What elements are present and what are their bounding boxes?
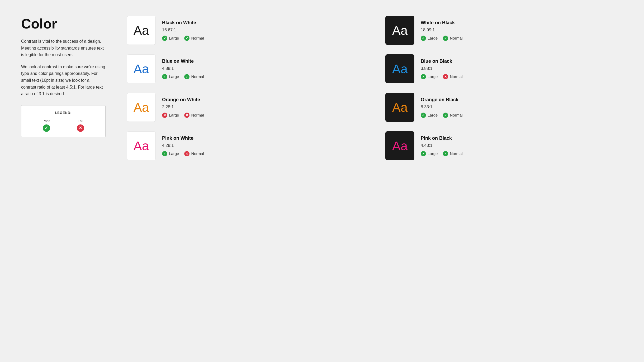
- large-label: Large: [169, 151, 179, 156]
- normal-fail-icon: ✕: [184, 113, 190, 118]
- card-title: Blue on White: [162, 59, 204, 64]
- legend-pass-label: Pass: [42, 119, 50, 123]
- normal-pass-icon: ✓: [443, 151, 448, 156]
- card-info: Orange on Black 8.33:1 ✓ Large ✓ Normal: [421, 97, 463, 118]
- card-info: White on Black 18.99:1 ✓ Large ✓ Normal: [421, 20, 463, 41]
- card-ratio: 2.28:1: [162, 105, 204, 109]
- large-badge: ✓ Large: [421, 74, 438, 79]
- normal-fail-icon: ✕: [184, 151, 190, 156]
- card-title: Blue on Black: [421, 59, 463, 64]
- large-badge: ✓ Large: [421, 36, 438, 41]
- large-pass-icon: ✓: [162, 74, 167, 79]
- card-title: Orange on White: [162, 97, 204, 103]
- legend-box: LEGEND: Pass ✓ Fail ✕: [21, 105, 106, 137]
- normal-fail-icon: ✕: [443, 74, 448, 79]
- legend-pass: Pass ✓: [42, 119, 50, 132]
- card-title: Pink on White: [162, 136, 204, 141]
- contrast-card-pink-on-black: Aa Pink on Black 4.43:1 ✓ Large ✓ Normal: [385, 131, 623, 160]
- card-ratio: 3.88:1: [421, 66, 463, 71]
- card-badges: ✓ Large ✓ Normal: [162, 74, 204, 79]
- contrast-card-orange-on-black: Aa Orange on Black 8.33:1 ✓ Large ✓ Norm…: [385, 93, 623, 122]
- card-ratio: 4.43:1: [421, 143, 463, 148]
- contrast-section: Aa Black on White 16.67:1 ✓ Large ✓ Norm…: [127, 16, 623, 160]
- pass-icon: ✓: [43, 124, 50, 132]
- normal-pass-icon: ✓: [184, 74, 190, 79]
- large-badge: ✓ Large: [162, 151, 179, 156]
- large-badge: ✓ Large: [421, 113, 438, 118]
- normal-badge: ✕ Normal: [184, 151, 204, 156]
- color-swatch: Aa: [127, 16, 156, 45]
- large-pass-icon: ✓: [421, 113, 426, 118]
- large-pass-icon: ✓: [162, 36, 167, 41]
- large-label: Large: [428, 36, 438, 40]
- card-ratio: 4.88:1: [162, 66, 204, 71]
- normal-label: Normal: [450, 113, 462, 117]
- normal-badge: ✓ Normal: [184, 36, 204, 41]
- card-ratio: 16.67:1: [162, 28, 204, 32]
- swatch-text: Aa: [134, 100, 149, 115]
- normal-badge: ✓ Normal: [443, 36, 462, 41]
- normal-badge: ✕ Normal: [443, 74, 462, 79]
- large-pass-icon: ✓: [421, 151, 426, 156]
- page-title: Color: [21, 16, 106, 32]
- normal-pass-icon: ✓: [184, 36, 190, 41]
- card-info: Blue on Black 3.88:1 ✓ Large ✕ Normal: [421, 59, 463, 79]
- large-label: Large: [428, 113, 438, 117]
- card-badges: ✓ Large ✓ Normal: [162, 36, 204, 41]
- swatch-text: Aa: [134, 62, 149, 76]
- card-title: Pink on Black: [421, 136, 463, 141]
- large-badge: ✕ Large: [162, 113, 179, 118]
- fail-icon: ✕: [77, 124, 84, 132]
- large-label: Large: [169, 74, 179, 79]
- swatch-text: Aa: [134, 23, 149, 38]
- large-fail-icon: ✕: [162, 113, 167, 118]
- contrast-card-blue-on-white: Aa Blue on White 4.88:1 ✓ Large ✓ Normal: [127, 54, 364, 83]
- card-badges: ✓ Large ✕ Normal: [421, 74, 463, 79]
- color-swatch: Aa: [385, 93, 414, 122]
- card-badges: ✓ Large ✕ Normal: [162, 151, 204, 156]
- normal-label: Normal: [450, 151, 462, 156]
- card-info: Pink on Black 4.43:1 ✓ Large ✓ Normal: [421, 136, 463, 156]
- card-title: White on Black: [421, 20, 463, 26]
- normal-label: Normal: [191, 36, 204, 40]
- large-label: Large: [428, 74, 438, 79]
- legend-items: Pass ✓ Fail ✕: [29, 119, 97, 132]
- card-title: Orange on Black: [421, 97, 463, 103]
- color-swatch: Aa: [385, 54, 414, 83]
- normal-label: Normal: [191, 74, 204, 79]
- card-info: Blue on White 4.88:1 ✓ Large ✓ Normal: [162, 59, 204, 79]
- color-swatch: Aa: [127, 93, 156, 122]
- swatch-text: Aa: [392, 100, 408, 115]
- large-pass-icon: ✓: [421, 74, 426, 79]
- description-para-1: Contrast is vital to the success of a de…: [21, 38, 106, 58]
- card-ratio: 18.99:1: [421, 28, 463, 32]
- description: Contrast is vital to the success of a de…: [21, 38, 106, 97]
- contrast-card-orange-on-white: Aa Orange on White 2.28:1 ✕ Large ✕ Norm…: [127, 93, 364, 122]
- contrast-card-black-on-white: Aa Black on White 16.67:1 ✓ Large ✓ Norm…: [127, 16, 364, 45]
- color-swatch: Aa: [127, 131, 156, 160]
- card-info: Black on White 16.67:1 ✓ Large ✓ Normal: [162, 20, 204, 41]
- large-label: Large: [428, 151, 438, 156]
- large-badge: ✓ Large: [162, 74, 179, 79]
- normal-badge: ✓ Normal: [443, 113, 462, 118]
- normal-pass-icon: ✓: [443, 36, 448, 41]
- swatch-text: Aa: [392, 23, 408, 38]
- normal-pass-icon: ✓: [443, 113, 448, 118]
- card-title: Black on White: [162, 20, 204, 26]
- card-badges: ✕ Large ✕ Normal: [162, 113, 204, 118]
- card-info: Orange on White 2.28:1 ✕ Large ✕ Normal: [162, 97, 204, 118]
- large-label: Large: [169, 36, 179, 40]
- normal-badge: ✓ Normal: [443, 151, 462, 156]
- description-para-2: We look at contrast to make sure we're u…: [21, 64, 106, 97]
- contrast-grid: Aa Black on White 16.67:1 ✓ Large ✓ Norm…: [127, 16, 623, 160]
- normal-label: Normal: [191, 151, 204, 156]
- card-info: Pink on White 4.28:1 ✓ Large ✕ Normal: [162, 136, 204, 156]
- contrast-card-white-on-black: Aa White on Black 18.99:1 ✓ Large ✓ Norm…: [385, 16, 623, 45]
- legend-title: LEGEND:: [29, 111, 97, 115]
- color-swatch: Aa: [385, 16, 414, 45]
- contrast-card-pink-on-white: Aa Pink on White 4.28:1 ✓ Large ✕ Normal: [127, 131, 364, 160]
- card-badges: ✓ Large ✓ Normal: [421, 151, 463, 156]
- card-badges: ✓ Large ✓ Normal: [421, 113, 463, 118]
- swatch-text: Aa: [392, 139, 408, 153]
- normal-label: Normal: [450, 74, 462, 79]
